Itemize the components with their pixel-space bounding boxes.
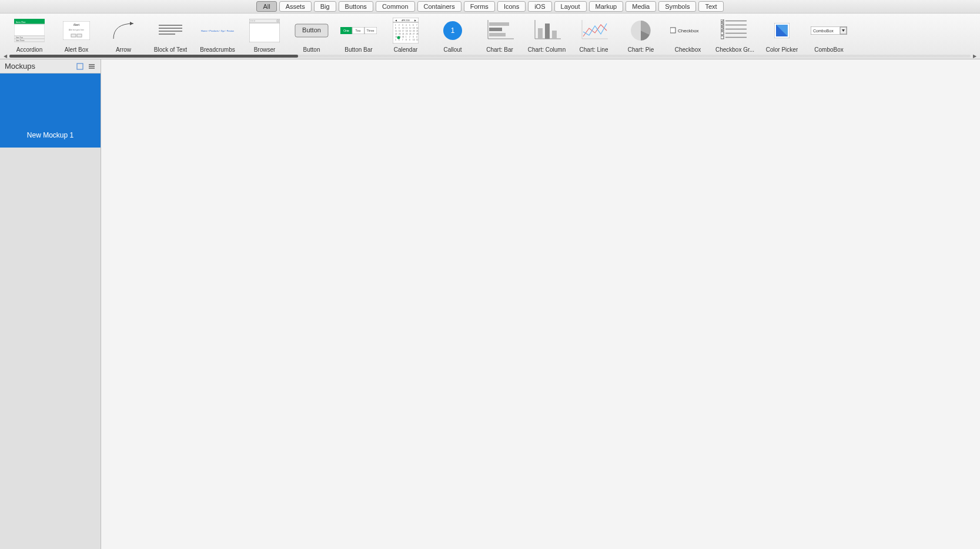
svg-text:APR 2016: APR 2016 [402, 19, 410, 22]
gallery-item-callout[interactable]: 1Callout [429, 16, 476, 53]
svg-text:29: 29 [395, 36, 397, 38]
svg-text:One: One [343, 29, 349, 32]
gallery-item-button[interactable]: ButtonButton [288, 16, 335, 53]
scroll-right-arrow[interactable]: ▶ [972, 53, 978, 59]
category-tab-containers[interactable]: Containers [417, 1, 461, 12]
svg-rect-89 [538, 28, 543, 39]
gallery-thumb-icon [621, 16, 661, 45]
gallery-item-chart-line[interactable]: Chart: Line [570, 16, 617, 53]
svg-text:Alert: Alert [73, 23, 80, 26]
svg-text:16: 16 [399, 30, 401, 32]
category-tab-forms[interactable]: Forms [464, 1, 495, 12]
gallery-thumb-icon [715, 16, 755, 45]
gallery-item-label: Checkbox [675, 46, 701, 53]
gallery-item-chart-bar[interactable]: Chart: Bar [476, 16, 523, 53]
canvas-area[interactable] [101, 59, 980, 549]
gallery-thumb-icon: AlertAlert text goes here [56, 16, 96, 45]
svg-point-20 [250, 21, 252, 22]
gallery-item-calendar[interactable]: ◀▶APR 2016123456789101112131415161718192… [382, 16, 429, 53]
gallery-thumb-icon: OneTwoThree [339, 16, 379, 45]
scroll-left-arrow[interactable]: ◀ [2, 53, 8, 59]
category-tab-assets[interactable]: Assets [279, 1, 312, 12]
category-tab-buttons[interactable]: Buttons [339, 1, 373, 12]
gallery-thumb-icon: Button [292, 16, 332, 45]
svg-point-79 [397, 36, 400, 39]
gallery-item-chart-column[interactable]: Chart: Column [523, 16, 570, 53]
gallery-item-alert-box[interactable]: AlertAlert text goes hereAlert Box [53, 16, 100, 53]
svg-text:Item Two: Item Two [16, 36, 23, 39]
svg-rect-85 [489, 28, 502, 31]
svg-rect-19 [249, 19, 280, 23]
svg-text:Button: Button [302, 26, 321, 34]
svg-text:20: 20 [413, 30, 415, 32]
category-tab-bar: AllAssetsBigButtonsCommonContainersForms… [0, 0, 980, 14]
svg-text:Checkbox: Checkbox [678, 28, 699, 34]
gallery-item-combobox[interactable]: ComboBoxComboBox [805, 16, 852, 53]
category-tab-all[interactable]: All [256, 1, 276, 12]
svg-text:28: 28 [416, 33, 419, 35]
svg-rect-105 [721, 36, 724, 39]
gallery-item-label: Button [303, 46, 320, 53]
gallery-item-label: Chart: Pie [628, 46, 654, 53]
gallery-item-arrow[interactable]: Arrow [100, 16, 147, 53]
gallery-item-label: Chart: Column [528, 46, 566, 53]
gallery-item-button-bar[interactable]: OneTwoThreeButton Bar [335, 16, 382, 53]
gallery-scrollbar[interactable]: ◀ ▶ [0, 54, 980, 59]
gallery-item-checkbox-gr-[interactable]: Checkbox Gr... [711, 16, 758, 53]
gallery-item-label: Breadcrumbs [200, 46, 235, 53]
category-tab-layout[interactable]: Layout [554, 1, 587, 12]
svg-rect-112 [77, 63, 83, 69]
gallery-item-label: Arrow [116, 46, 131, 53]
gallery-item-breadcrumbs[interactable]: Home › Products › Xyz › FeaturesBreadcru… [194, 16, 241, 53]
svg-text:21: 21 [416, 30, 419, 32]
gallery-thumb-icon: 1 [433, 16, 473, 45]
gallery-item-accordion[interactable]: Item OneItem TwoItem ThreeAccordion [6, 16, 53, 53]
gallery-thumb-icon [150, 16, 190, 45]
svg-rect-90 [545, 24, 550, 39]
gallery-item-label: Callout [443, 46, 461, 53]
scroll-thumb[interactable] [9, 55, 298, 58]
maximize-icon[interactable] [76, 62, 84, 71]
menu-icon[interactable] [88, 62, 96, 71]
gallery-item-label: Calendar [394, 46, 418, 53]
svg-text:17: 17 [402, 30, 404, 32]
category-tab-markup[interactable]: Markup [589, 1, 624, 12]
svg-text:22: 22 [395, 33, 397, 35]
svg-rect-86 [489, 33, 506, 36]
gallery-thumb-icon: ComboBox [809, 16, 849, 45]
gallery-item-checkbox[interactable]: CheckboxCheckbox [664, 16, 711, 53]
gallery-item-label: ComboBox [814, 46, 843, 53]
category-tab-media[interactable]: Media [626, 1, 656, 12]
svg-text:10: 10 [413, 39, 415, 41]
svg-rect-10 [71, 34, 76, 37]
svg-text:14: 14 [416, 27, 419, 29]
gallery-item-label: Chart: Bar [486, 46, 513, 53]
category-tab-ios[interactable]: iOS [528, 1, 551, 12]
gallery-item-block-of-text[interactable]: Block of Text [147, 16, 194, 53]
gallery-item-label: Checkbox Gr... [715, 46, 754, 53]
gallery-thumb-icon [480, 16, 520, 45]
gallery-thumb-icon [103, 16, 143, 45]
category-tab-symbols[interactable]: Symbols [658, 1, 696, 12]
mockup-item[interactable]: New Mockup 1 [0, 73, 101, 148]
category-tab-big[interactable]: Big [314, 1, 336, 12]
svg-text:11: 11 [406, 27, 408, 29]
gallery-thumb-icon [245, 16, 285, 45]
gallery-item-browser[interactable]: Browser [241, 16, 288, 53]
svg-rect-2 [14, 24, 45, 36]
sidebar-header: Mockups [0, 59, 101, 73]
svg-text:Alert text goes here: Alert text goes here [69, 29, 84, 31]
gallery-thumb-icon [762, 16, 802, 45]
svg-text:13: 13 [413, 27, 415, 29]
category-tab-common[interactable]: Common [376, 1, 415, 12]
gallery-item-chart-pie[interactable]: Chart: Pie [617, 16, 664, 53]
category-tab-icons[interactable]: Icons [497, 1, 526, 12]
sidebar-title: Mockups [5, 62, 35, 71]
svg-text:25: 25 [406, 33, 408, 35]
category-tab-text[interactable]: Text [698, 1, 723, 12]
gallery-thumb-icon: Item OneItem TwoItem Three [9, 16, 49, 45]
scroll-track[interactable] [9, 55, 971, 58]
svg-text:19: 19 [409, 30, 412, 32]
svg-text:23: 23 [399, 33, 401, 35]
gallery-item-color-picker[interactable]: Color Picker [758, 16, 805, 53]
